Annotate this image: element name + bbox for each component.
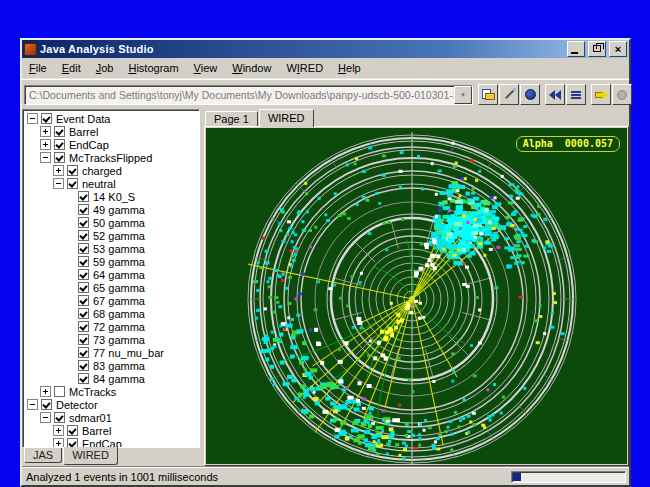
tree-row[interactable]: Barrel (23, 125, 199, 138)
tree-row[interactable]: 49 gamma (23, 203, 199, 216)
folder-icon (482, 89, 495, 100)
combo-dropdown-button[interactable]: ▼ (454, 86, 472, 104)
expand-icon[interactable] (53, 165, 64, 176)
collapse-icon[interactable] (40, 152, 51, 163)
next-event-button[interactable] (591, 84, 611, 105)
tree-row[interactable]: 83 gamma (23, 359, 199, 372)
checkbox[interactable] (78, 230, 89, 241)
tree-row[interactable]: 59 gamma (23, 255, 199, 268)
checkbox[interactable] (78, 360, 89, 371)
checkbox[interactable] (54, 412, 65, 423)
tree-row[interactable]: 53 gamma (23, 242, 199, 255)
close-icon: × (615, 44, 621, 54)
left-tab-bar: JAS WIRED (22, 448, 200, 466)
right-tab-bar: Page 1 WIRED (204, 109, 629, 126)
menu-file[interactable]: File (29, 62, 47, 74)
tree-row[interactable]: neutral (23, 177, 199, 190)
checkbox[interactable] (78, 256, 89, 267)
tree-row[interactable]: McTracks (23, 385, 199, 398)
checkbox[interactable] (67, 178, 78, 189)
minimize-icon (571, 52, 578, 54)
checkbox[interactable] (78, 243, 89, 254)
menu-edit[interactable]: Edit (62, 62, 81, 74)
tree-row[interactable]: Barrel (23, 424, 199, 437)
expand-icon[interactable] (40, 139, 51, 150)
toolbar: C:\Documents and Settings\tonyj\My Docum… (22, 79, 629, 109)
checkbox[interactable] (41, 113, 52, 124)
menu-wired[interactable]: WIRED (286, 62, 323, 74)
checkbox[interactable] (78, 217, 89, 228)
checkbox[interactable] (78, 347, 89, 358)
tree-row[interactable]: Detector (23, 398, 199, 411)
stop-button[interactable] (612, 84, 632, 105)
checkbox[interactable] (78, 308, 89, 319)
tree-row[interactable]: 64 gamma (23, 268, 199, 281)
event-list-button[interactable] (566, 84, 586, 105)
wizard-button[interactable] (499, 84, 519, 105)
file-path-combobox[interactable]: C:\Documents and Settings\tonyj\My Docum… (24, 85, 473, 105)
expand-icon[interactable] (40, 386, 51, 397)
open-data-button[interactable] (478, 84, 498, 105)
checkbox[interactable] (78, 191, 89, 202)
chevron-down-icon: ▼ (460, 92, 466, 98)
tree-row[interactable]: 72 gamma (23, 320, 199, 333)
tree-label: 83 gamma (93, 360, 145, 372)
checkbox[interactable] (78, 282, 89, 293)
tab-wired[interactable]: WIRED (259, 109, 314, 127)
checkbox[interactable] (67, 425, 78, 436)
tree-row[interactable]: 73 gamma (23, 333, 199, 346)
rewind-button[interactable] (545, 84, 565, 105)
tree-label: 84 gamma (93, 373, 145, 385)
tree-row[interactable]: 50 gamma (23, 216, 199, 229)
checkbox[interactable] (78, 334, 89, 345)
expand-icon[interactable] (53, 425, 64, 436)
checkbox[interactable] (54, 152, 65, 163)
tree-row[interactable]: 77 nu_mu_bar (23, 346, 199, 359)
tree-label: McTracks (69, 386, 116, 398)
minimize-button[interactable] (567, 41, 585, 57)
pause-button[interactable] (520, 84, 540, 105)
tree-label: Detector (56, 399, 98, 411)
checkbox[interactable] (78, 321, 89, 332)
menu-histogram[interactable]: Histogram (128, 62, 178, 74)
collapse-icon[interactable] (27, 399, 38, 410)
tab-page1[interactable]: Page 1 (205, 111, 258, 126)
collapse-icon[interactable] (27, 113, 38, 124)
tree-row[interactable]: EndCap (23, 138, 199, 151)
tree-row[interactable]: Event Data (23, 112, 199, 125)
wired-event-display[interactable]: Alpha 0000.057 (206, 128, 627, 464)
tree-row[interactable]: McTracksFlipped (23, 151, 199, 164)
tree-row[interactable]: 84 gamma (23, 372, 199, 385)
expand-icon[interactable] (40, 126, 51, 137)
collapse-icon[interactable] (53, 178, 64, 189)
tree-row[interactable]: charged (23, 164, 199, 177)
checkbox[interactable] (78, 373, 89, 384)
window-title: Java Analysis Studio (40, 43, 564, 55)
checkbox[interactable] (67, 165, 78, 176)
tree-row[interactable]: sdmar01 (23, 411, 199, 424)
menu-job[interactable]: Job (96, 62, 114, 74)
progress-block (513, 473, 521, 481)
menu-help[interactable]: Help (338, 62, 361, 74)
tree-label: 67 gamma (93, 295, 145, 307)
title-bar[interactable]: Java Analysis Studio × (22, 40, 629, 58)
tree-row[interactable]: 65 gamma (23, 281, 199, 294)
tree-row[interactable]: 14 K0_S (23, 190, 199, 203)
tree-row[interactable]: 68 gamma (23, 307, 199, 320)
checkbox[interactable] (78, 295, 89, 306)
tree-row[interactable]: 52 gamma (23, 229, 199, 242)
checkbox[interactable] (41, 399, 52, 410)
close-button[interactable]: × (609, 41, 627, 57)
restore-button[interactable] (588, 41, 606, 57)
tab-wired-left[interactable]: WIRED (63, 447, 118, 465)
checkbox[interactable] (54, 386, 65, 397)
checkbox[interactable] (78, 269, 89, 280)
menu-window[interactable]: Window (232, 62, 271, 74)
tree-row[interactable]: 67 gamma (23, 294, 199, 307)
tab-jas[interactable]: JAS (24, 448, 62, 463)
checkbox[interactable] (54, 126, 65, 137)
checkbox[interactable] (78, 204, 89, 215)
collapse-icon[interactable] (40, 412, 51, 423)
checkbox[interactable] (54, 139, 65, 150)
menu-view[interactable]: View (194, 62, 218, 74)
